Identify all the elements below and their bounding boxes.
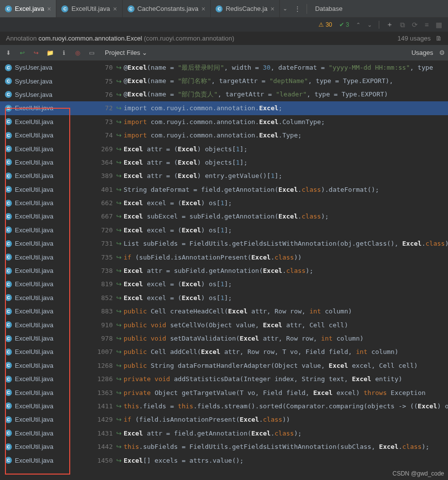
usage-row[interactable]: C ExcelUtil.java 269 ↪ Excel attr = (Exc… (0, 142, 448, 155)
editor-tab[interactable]: CCacheConstants.java× (123, 0, 211, 17)
add-icon[interactable]: ＋ (386, 20, 393, 29)
usage-row[interactable]: C ExcelUtil.java 819 ↪ Excel excel = (Ex… (0, 277, 448, 291)
jump-icon[interactable]: ↪ (113, 199, 122, 207)
jump-icon[interactable]: ↪ (113, 430, 122, 437)
jump-icon[interactable]: ↪ (113, 159, 122, 166)
usage-row[interactable]: C ExcelUtil.java 74 ↪ import com.ruoyi.c… (0, 129, 448, 142)
usage-row[interactable]: C ExcelUtil.java 731 ↪ List subFields = … (0, 237, 448, 250)
usage-row[interactable]: C ExcelUtil.java 73 ↪ import com.ruoyi.c… (0, 115, 448, 129)
folder-icon[interactable]: 📁 (45, 47, 55, 58)
gear-icon[interactable]: ⚙ (439, 49, 445, 56)
usage-row[interactable]: C SysUser.java 70 ↪ @Excel(name = "最后登录时… (0, 61, 448, 74)
jump-icon[interactable]: ↪ (113, 78, 122, 85)
jump-icon[interactable]: ↪ (113, 348, 122, 355)
file-name: ExcelUtil.java (15, 104, 53, 112)
scope-dropdown[interactable]: Project Files ⌄ (100, 49, 147, 56)
usage-row[interactable]: C ExcelUtil.java 852 ↪ Excel excel = (Ex… (0, 291, 448, 305)
jump-icon[interactable]: ↪ (113, 240, 122, 247)
tab-overflow-chevron[interactable]: ⌄ (280, 5, 290, 12)
prev-highlight-icon[interactable]: ⌃ (356, 22, 360, 28)
usage-row[interactable]: C ExcelUtil.java 1411 ↪ this.fields = th… (0, 399, 448, 413)
editor-tab[interactable]: CExcelUtil.java× (56, 0, 122, 17)
jump-icon[interactable]: ↪ (113, 213, 122, 220)
nav-back-icon[interactable]: ↩ (17, 47, 28, 58)
jump-icon[interactable]: ↪ (113, 294, 122, 302)
jump-icon[interactable]: ↪ (113, 131, 122, 139)
file-icon[interactable]: 🗎 (436, 35, 442, 42)
usage-row[interactable]: C ExcelUtil.java 738 ↪ Excel attr = subF… (0, 264, 448, 277)
usage-row[interactable]: C ExcelUtil.java 1268 ↪ public String da… (0, 359, 448, 372)
usage-row[interactable]: C ExcelUtil.java 735 ↪ if (subField.isAn… (0, 250, 448, 263)
code-preview: if (field.isAnnotationPresent(Excel.clas… (122, 416, 290, 423)
ok-badge[interactable]: ✔ 3 (339, 21, 349, 28)
jump-icon[interactable]: ↪ (113, 104, 122, 112)
usage-row[interactable]: C ExcelUtil.java 72 ↪ import com.ruoyi.c… (0, 101, 448, 115)
class-icon: C (5, 254, 12, 261)
editor-tab[interactable]: CExcel.java× (0, 0, 56, 17)
code-preview: public Cell createHeadCell(Excel attr, R… (122, 307, 352, 315)
editor-tab[interactable]: CRedisCache.ja× (211, 0, 280, 17)
database-tool-label[interactable]: Database (309, 5, 343, 12)
jump-icon[interactable]: ↪ (113, 226, 122, 234)
tab-menu-icon[interactable]: ⋮ (290, 5, 305, 12)
jump-icon[interactable]: ↪ (113, 443, 122, 450)
jump-icon[interactable]: ↪ (113, 280, 122, 288)
download-icon[interactable]: ⬇ (3, 47, 14, 58)
jump-icon[interactable]: ↪ (113, 186, 122, 193)
jump-icon[interactable]: ↪ (113, 375, 122, 383)
jump-icon[interactable]: ↪ (113, 118, 122, 126)
close-icon[interactable]: × (47, 5, 51, 13)
code-preview: Excel attr = (Excel) objects[1]; (122, 159, 248, 166)
jump-icon[interactable]: ↪ (113, 321, 122, 329)
jump-icon[interactable]: ↪ (113, 416, 122, 423)
nav-fwd-icon[interactable]: ↪ (31, 47, 42, 58)
usage-row[interactable]: C ExcelUtil.java 1450 ↪ Excel[] excels =… (0, 453, 448, 467)
panel-icon[interactable]: ▭ (86, 47, 97, 58)
close-icon[interactable]: × (113, 5, 117, 13)
grid-icon[interactable]: ▦ (436, 21, 442, 29)
target-icon[interactable]: ◎ (72, 47, 83, 58)
usage-row[interactable]: C ExcelUtil.java 1286 ↪ private void add… (0, 372, 448, 386)
jump-icon[interactable]: ↪ (113, 254, 122, 261)
file-name: ExcelUtil.java (15, 226, 53, 234)
jump-icon[interactable]: ↪ (113, 402, 122, 410)
usage-row[interactable]: C ExcelUtil.java 1429 ↪ if (field.isAnno… (0, 413, 448, 426)
close-icon[interactable]: × (201, 5, 205, 13)
usage-row[interactable]: C SysUser.java 75 ↪ @Excel(name = "部门名称"… (0, 74, 448, 87)
jump-icon[interactable]: ↪ (113, 91, 122, 98)
close-icon[interactable]: × (270, 5, 274, 13)
code-preview: private Object getTargetValue(T vo, Fiel… (122, 389, 426, 396)
refresh-icon[interactable]: ⟳ (412, 21, 418, 29)
usage-row[interactable]: C ExcelUtil.java 662 ↪ Excel excel = (Ex… (0, 196, 448, 210)
usage-row[interactable]: C ExcelUtil.java 389 ↪ Excel attr = (Exc… (0, 169, 448, 182)
usage-row[interactable]: C ExcelUtil.java 1007 ↪ public Cell addC… (0, 345, 448, 358)
usage-row[interactable]: C ExcelUtil.java 1442 ↪ this.subFields =… (0, 440, 448, 453)
usage-row[interactable]: C ExcelUtil.java 667 ↪ Excel subExcel = … (0, 210, 448, 223)
usage-row[interactable]: C ExcelUtil.java 910 ↪ public void setCe… (0, 318, 448, 331)
jump-icon[interactable]: ↪ (113, 389, 122, 396)
code-preview: import com.ruoyi.common.annotation.Excel… (122, 118, 325, 126)
jump-icon[interactable]: ↪ (113, 145, 122, 153)
jump-icon[interactable]: ↪ (113, 64, 122, 71)
jump-icon[interactable]: ↪ (113, 307, 122, 315)
code-preview: public void setDataValidation(Excel attr… (122, 335, 363, 342)
jump-icon[interactable]: ↪ (113, 267, 122, 274)
jump-icon[interactable]: ↪ (113, 335, 122, 342)
code-preview: Excel excel = (Excel) os[1]; (122, 280, 232, 288)
usage-row[interactable]: C ExcelUtil.java 401 ↪ String dateFormat… (0, 183, 448, 196)
jump-icon[interactable]: ↪ (113, 457, 122, 464)
jump-icon[interactable]: ↪ (113, 362, 122, 369)
jump-icon[interactable]: ↪ (113, 172, 122, 179)
usage-row[interactable]: C SysUser.java 76 ↪ @Excel(name = "部门负责人… (0, 88, 448, 101)
next-highlight-icon[interactable]: ⌄ (367, 22, 372, 28)
usage-row[interactable]: C ExcelUtil.java 883 ↪ public Cell creat… (0, 305, 448, 318)
layers-icon[interactable]: ≡ (425, 21, 429, 29)
usage-row[interactable]: C ExcelUtil.java 1363 ↪ private Object g… (0, 386, 448, 399)
usage-row[interactable]: C ExcelUtil.java 1431 ↪ Excel attr = fie… (0, 427, 448, 440)
usage-row[interactable]: C ExcelUtil.java 978 ↪ public void setDa… (0, 332, 448, 345)
usage-row[interactable]: C ExcelUtil.java 720 ↪ Excel excel = (Ex… (0, 223, 448, 237)
usage-row[interactable]: C ExcelUtil.java 364 ↪ Excel attr = (Exc… (0, 156, 448, 169)
warnings-badge[interactable]: ⚠ 30 (318, 21, 332, 28)
tab-label: ExcelUtil.java (71, 5, 110, 12)
info-icon[interactable]: ℹ (58, 47, 69, 58)
